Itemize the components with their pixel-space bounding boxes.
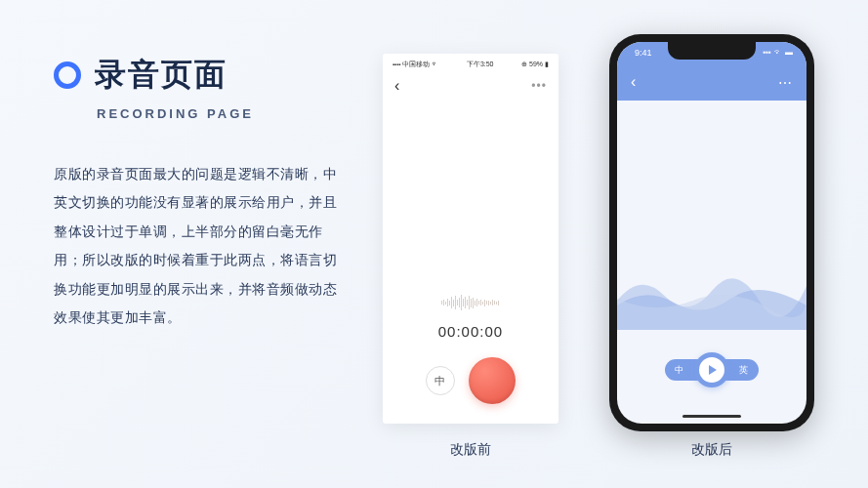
title-row: 录音页面: [54, 54, 337, 97]
lang-chinese-button[interactable]: 中: [665, 364, 694, 377]
play-button[interactable]: [694, 352, 729, 387]
new-phone-mockup: 9:41 ▪▪▪ ᯤ ▬ ‹ ⋯: [609, 34, 814, 431]
signal-icon: ▪▪▪: [763, 48, 771, 57]
new-controls: 中 英: [617, 359, 806, 381]
battery-icon: ▬: [785, 48, 793, 57]
wifi-icon: ᯤ: [774, 48, 782, 57]
new-status-time: 9:41: [635, 48, 652, 58]
status-time: 下午3:50: [467, 60, 494, 69]
back-icon[interactable]: ‹: [631, 73, 636, 91]
audio-wave-visual: [617, 262, 806, 330]
carrier-label: ▪▪▪▪ 中国移动 ᯤ: [393, 60, 438, 69]
more-icon[interactable]: •••: [531, 79, 547, 93]
after-caption: 改版后: [691, 441, 732, 459]
before-column: ▪▪▪▪ 中国移动 ᯤ 下午3:50 ⊕ 59% ▮ ‹ ••• 00:00:0…: [376, 54, 565, 459]
battery-label: ⊕ 59% ▮: [521, 61, 549, 68]
new-status-icons: ▪▪▪ ᯤ ▬: [763, 48, 793, 57]
waveform-icon: [422, 292, 519, 313]
text-column: 录音页面 RECORDING PAGE 原版的录音页面最大的问题是逻辑不清晰，中…: [54, 54, 337, 459]
old-status-bar: ▪▪▪▪ 中国移动 ᯤ 下午3:50 ⊕ 59% ▮: [383, 54, 558, 71]
new-body: 中 英: [617, 101, 806, 424]
timer-display: 00:00:00: [438, 323, 503, 340]
description-text: 原版的录音页面最大的问题是逻辑不清晰，中英文切换的功能没有显著的展示给用户，并且…: [54, 160, 337, 332]
back-icon[interactable]: ‹: [394, 77, 399, 95]
before-caption: 改版前: [450, 441, 491, 459]
language-pill: 中 英: [665, 359, 759, 381]
after-column: 9:41 ▪▪▪ ᯤ ▬ ‹ ⋯: [595, 34, 829, 459]
home-indicator: [682, 415, 741, 418]
old-body: 00:00:00 中: [383, 102, 558, 424]
page-title-en: RECORDING PAGE: [97, 106, 337, 121]
old-controls: 中: [426, 357, 516, 404]
circle-icon: [54, 61, 81, 89]
old-nav-bar: ‹ •••: [383, 71, 558, 102]
play-icon: [709, 365, 717, 375]
phone-notch: [668, 42, 756, 60]
old-phone-mockup: ▪▪▪▪ 中国移动 ᯤ 下午3:50 ⊕ 59% ▮ ‹ ••• 00:00:0…: [383, 54, 558, 424]
language-toggle-button[interactable]: 中: [426, 366, 455, 395]
page-title-cn: 录音页面: [95, 54, 227, 97]
lang-english-button[interactable]: 英: [729, 364, 759, 377]
more-icon[interactable]: ⋯: [778, 75, 793, 91]
record-button[interactable]: [469, 357, 516, 404]
